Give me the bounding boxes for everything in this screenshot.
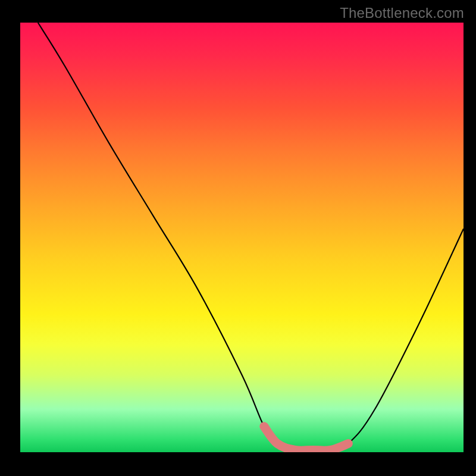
watermark-text: TheBottleneck.com (340, 5, 464, 21)
chart-svg (20, 23, 464, 452)
chart-frame: TheBottleneck.com (0, 0, 476, 476)
plot-area (20, 23, 464, 452)
highlight-path (264, 427, 349, 451)
curve-path (38, 23, 464, 450)
